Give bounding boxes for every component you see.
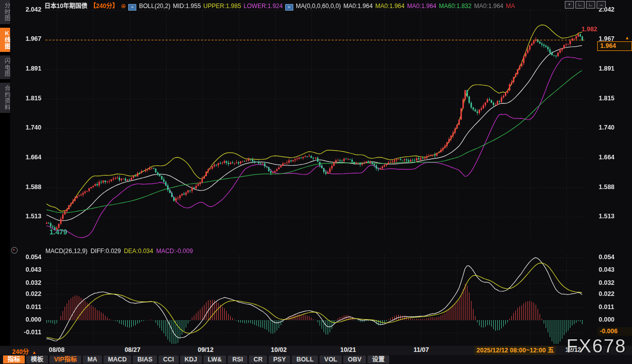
toolbar-button-设置[interactable]: 设置	[367, 355, 389, 363]
price-axis-label-left: 1.740	[12, 124, 41, 131]
toolbar-button-CCI[interactable]: CCI	[159, 355, 179, 363]
price-axis-label-right: 1.891	[599, 65, 628, 72]
toolbar-button-VIP指标[interactable]: VIP指标	[49, 355, 81, 363]
axis-scale-right-icon[interactable]: ∟	[586, 1, 595, 9]
trading-app-window: 分时图K线图闪电图合约资料 日本10年期国债【240分】⊕≈BOLL(20,2)…	[0, 0, 632, 364]
toolbar-button-PSY[interactable]: PSY	[269, 355, 290, 363]
macd-axis-label-right: 0.022	[599, 290, 628, 297]
macd-value: MACD:-0.009	[156, 248, 193, 255]
sidebar-item-1[interactable]: K线图	[0, 28, 10, 52]
boll-mid-value: MID:1.955	[173, 3, 201, 10]
sidebar-item-0[interactable]: 分时图	[0, 0, 10, 24]
toolbar-button-指标[interactable]: 指标	[3, 355, 25, 363]
session-high-label: 1.982	[582, 26, 597, 33]
toolbar-button-RSI[interactable]: RSI	[228, 355, 247, 363]
price-axis-label-left: 1.891	[12, 65, 41, 72]
ma-value: MA0:1.964	[343, 3, 373, 10]
macd-axis-label-left: -0.011	[12, 329, 41, 336]
toolbar-button-BIAS[interactable]: BIAS	[133, 355, 157, 363]
price-axis-label-left: 1.588	[12, 184, 41, 191]
sidebar-item-2[interactable]: 闪电图	[0, 55, 10, 80]
price-axis-label-left: 1.967	[12, 35, 41, 42]
macd-axis-label-left: 0.022	[12, 290, 41, 297]
macd-axis-label-left: 0.043	[12, 266, 41, 273]
macd-axis-label-left: 0.000	[12, 316, 41, 323]
toolbar-button-KDJ[interactable]: KDJ	[180, 355, 202, 363]
ma-label: MA(0,0,0,60,0,0)	[296, 3, 341, 10]
boll-upper-value: UPPER:1.985	[203, 3, 241, 10]
highlighted-session-range: 2025/12/12 08:00~12:00 五	[475, 346, 556, 355]
ma-value: MA	[506, 3, 515, 10]
macd-axis-label-right: 0.011	[599, 304, 628, 311]
price-axis-label-left: 1.815	[12, 95, 41, 102]
current-price-box: 1.964	[597, 41, 632, 51]
macd-axis-label-right: 0.000	[599, 316, 628, 323]
ma-value: MA0:1.964	[375, 3, 404, 10]
macd-last-value-box: -0.006	[597, 327, 632, 336]
macd-axis-label-right: 0.032	[599, 279, 628, 286]
macd-label[interactable]: MACD(26,12,9)	[45, 248, 87, 255]
toolbar-button-LW&[interactable]: LW&	[203, 355, 227, 363]
fx678-watermark: FX678	[566, 336, 626, 357]
price-axis-label-right: 1.588	[599, 184, 628, 191]
toolbar-button-模板[interactable]: 模板	[26, 355, 48, 363]
macd-axis-label-left: 0.011	[12, 304, 41, 311]
date-tick-label: 10/21	[340, 346, 356, 353]
date-tick-label: 11/07	[413, 346, 429, 353]
price-axis-label-left: 1.513	[12, 213, 41, 220]
ma-indicator-icon[interactable]: ≈	[285, 4, 293, 11]
ma-value: MA60:1.832	[439, 3, 471, 10]
ma-value: MA0:1.964	[407, 3, 436, 10]
chart-header: 日本10年期国债【240分】⊕≈BOLL(20,2)MID:1.955UPPER…	[44, 1, 520, 9]
chart-canvas[interactable]	[10, 0, 632, 346]
boll-indicator-icon[interactable]: ≈	[128, 4, 136, 11]
axis-scale-icon[interactable]: ∟	[575, 1, 585, 9]
ma-value: MA0:1.964	[474, 3, 503, 10]
price-axis-label-right: 1.513	[599, 213, 628, 220]
macd-axis-label-left: 0.054	[12, 254, 41, 261]
left-sidebar: 分时图K线图闪电图合约资料	[0, 0, 10, 346]
boll-label: BOLL(20,2)	[139, 3, 170, 10]
toolbar-button-MA[interactable]: MA	[83, 355, 101, 363]
circle-plus-icon[interactable]: ⊕	[121, 3, 126, 10]
crosshair-icon[interactable]: +	[565, 1, 574, 9]
price-axis-label-right: 1.815	[599, 95, 628, 102]
price-up-arrow-icon: ▲	[625, 35, 629, 40]
date-tick-label: 08/08	[49, 346, 65, 353]
macd-header: MACD(26,12,9)DIFF:0.029DEA:0.034MACD:-0.…	[45, 248, 196, 255]
macd-axis-label-right: 0.054	[599, 254, 628, 261]
indicator-toolbar: 指标模板VIP指标MAMACDBIASCCIKDJLW&RSICRPSYBOLL…	[0, 355, 632, 364]
macd-axis-label-left: 0.032	[12, 279, 41, 286]
sidebar-item-3[interactable]: 合约资料	[0, 83, 10, 113]
price-axis-label-right: 1.664	[599, 154, 628, 161]
pop-out-icon[interactable]: →	[597, 1, 606, 9]
toolbar-button-MACD[interactable]: MACD	[103, 355, 132, 363]
timeline-bar: 240分▲ 08/0808/2709/1210/0210/2111/07 202…	[0, 346, 632, 355]
session-low-label: 1.479	[49, 228, 67, 236]
price-axis-label-right: 1.740	[599, 124, 628, 131]
price-axis-label-left: 1.664	[12, 154, 41, 161]
symbol-title: 日本10年期国债	[44, 3, 87, 10]
date-tick-label: 10/02	[271, 346, 287, 353]
panel-toggle-icon[interactable]	[11, 247, 18, 254]
interval-arrow-icon: ▲	[32, 350, 36, 355]
toolbar-button-BOLL[interactable]: BOLL	[292, 355, 318, 363]
macd-axis-label-right: 0.043	[599, 266, 628, 273]
date-tick-label: 08/27	[125, 346, 140, 353]
price-axis-label-left: 2.042	[12, 6, 41, 13]
toolbar-button-CR[interactable]: CR	[249, 355, 267, 363]
ma-values: MA0:1.964MA0:1.964MA0:1.964MA60:1.832MA0…	[343, 3, 517, 10]
boll-lower-value: LOWER:1.924	[244, 3, 283, 10]
chart-toolbar-icons: +∟∟→	[565, 1, 606, 9]
toolbar-button-VOL[interactable]: VOL	[320, 355, 342, 363]
toolbar-button-OBV[interactable]: OBV	[343, 355, 366, 363]
macd-diff-value: DIFF:0.029	[90, 248, 121, 255]
interval-label[interactable]: 【240分】	[90, 3, 118, 10]
macd-dea-value: DEA:0.034	[124, 248, 153, 255]
date-tick-label: 09/12	[198, 346, 214, 353]
